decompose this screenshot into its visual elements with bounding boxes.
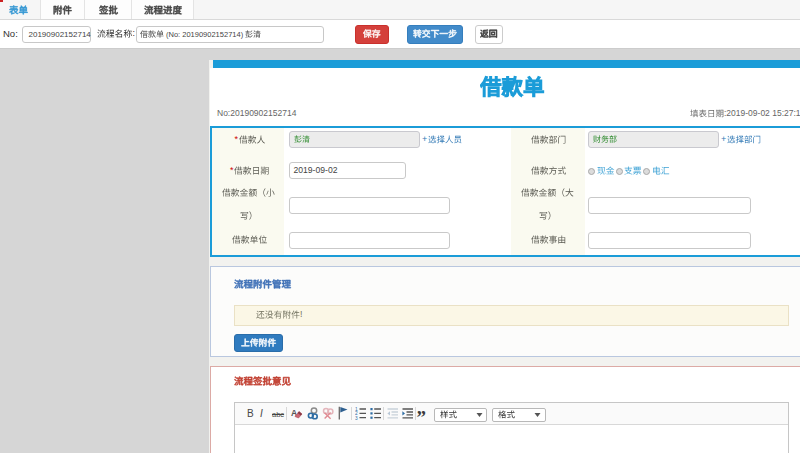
svg-text:3: 3 [355, 415, 358, 420]
